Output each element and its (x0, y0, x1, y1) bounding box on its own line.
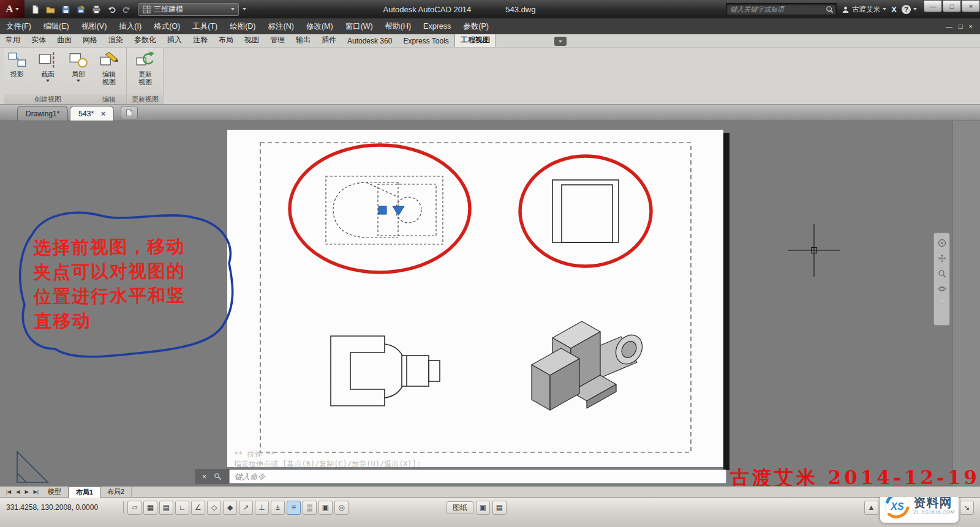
menu-item-window[interactable]: 窗口(W) (339, 18, 379, 34)
menu-item-draw[interactable]: 绘图(D) (224, 18, 262, 34)
ribbon-tab-express-tools[interactable]: Express Tools (398, 36, 454, 47)
menu-item-view[interactable]: 视图(V) (75, 18, 113, 34)
ribbon-tab-surface[interactable]: 曲面 (51, 34, 77, 47)
toggle-object-snap-tracking[interactable]: ↗ (239, 501, 253, 515)
ribbon-tab-manage[interactable]: 管理 (265, 34, 290, 47)
doc-restore-button[interactable]: □ (959, 23, 963, 30)
menu-item-insert[interactable]: 插入(I) (113, 18, 148, 34)
section-view-button[interactable]: 截面 (34, 51, 61, 82)
doc-close-button[interactable]: × (969, 23, 973, 30)
file-tab-drawing1[interactable]: Drawing1* (17, 106, 68, 121)
projection-view-button[interactable]: 投影 (4, 51, 31, 78)
toggle-polar-tracking[interactable]: ∠ (191, 501, 205, 515)
save-button[interactable] (59, 2, 72, 16)
toggle-selection-cycling[interactable]: ◎ (334, 501, 349, 515)
ribbon-tab-layout[interactable]: 布局 (213, 34, 239, 47)
navigation-wheel-icon[interactable] (938, 239, 946, 247)
new-file-button[interactable] (28, 2, 42, 16)
ribbon-tab-mesh[interactable]: 网格 (77, 34, 103, 47)
signin-user[interactable]: 古渡艾米 (842, 5, 886, 14)
ribbon-tab-solid[interactable]: 实体 (26, 34, 51, 47)
clean-screen-button[interactable]: ↘ (960, 501, 974, 515)
menu-item-format[interactable]: 格式(O) (148, 18, 186, 34)
minimize-button[interactable]: — (924, 0, 942, 12)
layout-paper[interactable] (227, 130, 723, 467)
panel-label-create-view[interactable]: 创建视图 (4, 94, 92, 104)
layout-nav-next[interactable]: ▶ (22, 489, 31, 495)
drawing-canvas[interactable]: 选择前视图，移动 夹点可以对视图的 位置进行水平和竖 直移动 ** 拉伸 ** … (0, 121, 980, 486)
ribbon-tab-insert[interactable]: 插入 (162, 34, 187, 47)
navigation-bar[interactable] (933, 233, 950, 326)
toggle-infer-constraints[interactable]: ▱ (127, 501, 141, 515)
menu-item-modify[interactable]: 修改(M) (300, 18, 339, 34)
ribbon-tab-plugins[interactable]: 插件 (316, 34, 342, 47)
annotation-visibility-button[interactable]: ▲ (864, 501, 878, 515)
maximize-button[interactable]: □ (943, 0, 961, 12)
search-icon[interactable] (826, 6, 834, 13)
new-drawing-tab-button[interactable] (121, 106, 138, 119)
ribbon-tab-annotate[interactable]: 注释 (187, 34, 213, 47)
qat-customize-button[interactable] (243, 8, 246, 10)
toggle-dynamic-ucs[interactable]: ⊥ (255, 501, 269, 515)
update-view-button[interactable]: 更新 视图 (132, 51, 159, 86)
layout-tab-layout2[interactable]: 布局2 (100, 487, 132, 497)
undo-button[interactable] (105, 2, 118, 16)
menu-item-dimension[interactable]: 标注(N) (262, 18, 300, 34)
file-tab-543[interactable]: 543* × (70, 106, 114, 121)
quick-view-layouts-button[interactable]: ▣ (476, 501, 490, 515)
toggle-grid-display[interactable]: ▤ (159, 501, 173, 515)
panel-label-edit[interactable]: 编辑 (92, 94, 126, 104)
toggle-ortho-mode[interactable]: ∟ (175, 501, 189, 515)
plot-button[interactable] (89, 2, 103, 16)
ribbon-tab-autodesk-360[interactable]: Autodesk 360 (342, 36, 398, 47)
panel-label-update-view[interactable]: 更新视图 (127, 94, 163, 104)
edit-view-button[interactable]: 编辑 视图 (96, 51, 123, 86)
help-menu[interactable]: ? (902, 5, 917, 14)
save-as-button[interactable] (74, 2, 88, 16)
workspace-dropdown[interactable]: 三维建模 (138, 3, 239, 16)
layout-nav-last[interactable]: ▶| (31, 489, 41, 495)
command-customize-icon[interactable] (214, 473, 222, 480)
doc-minimize-button[interactable]: — (946, 23, 952, 30)
menu-item-help[interactable]: 帮助(H) (379, 18, 417, 34)
menu-item-file[interactable]: 文件(F) (0, 18, 37, 34)
command-line-bar[interactable]: × (195, 469, 726, 484)
paper-space-button[interactable]: 图纸 (447, 501, 473, 514)
ribbon-tab-drawing-views[interactable]: 工程视图 (454, 33, 496, 47)
exchange-apps-button[interactable]: X (891, 5, 897, 14)
layout-tab-model[interactable]: 模型 (41, 487, 69, 497)
section-flyout-icon[interactable] (46, 80, 50, 82)
ribbon-tab-home[interactable]: 常用 (0, 34, 26, 47)
toggle-dynamic-input[interactable]: ± (271, 501, 285, 515)
detail-flyout-icon[interactable] (77, 80, 80, 82)
menu-item-express[interactable]: Express (417, 18, 457, 34)
command-close-icon[interactable]: × (202, 472, 207, 481)
ribbon-tab-render[interactable]: 渲染 (103, 34, 129, 47)
ribbon-tab-view[interactable]: 视图 (239, 34, 265, 47)
toggle-lineweight[interactable]: ≡ (287, 501, 301, 515)
command-input[interactable] (229, 469, 726, 484)
menu-item-parametric[interactable]: 参数(P) (457, 18, 495, 34)
orbit-icon[interactable] (938, 285, 946, 293)
close-button[interactable]: × (962, 0, 980, 12)
pan-icon[interactable] (938, 254, 946, 263)
menu-item-tools[interactable]: 工具(T) (186, 18, 224, 34)
layout-nav-first[interactable]: |◀ (4, 489, 13, 495)
layout-nav-prev[interactable]: ◀ (13, 489, 22, 495)
toggle-transparency[interactable]: ▒ (303, 501, 317, 515)
toggle-3d-object-snap[interactable]: ◆ (223, 501, 237, 515)
tab-close-icon[interactable]: × (101, 110, 105, 118)
toggle-snap-mode[interactable]: ▦ (143, 501, 157, 515)
search-input[interactable] (729, 5, 823, 13)
detail-view-button[interactable]: 局部 (65, 51, 92, 82)
menu-item-edit[interactable]: 编辑(E) (37, 18, 75, 34)
ribbon-minimize-button[interactable] (554, 37, 567, 46)
zoom-icon[interactable] (938, 269, 946, 278)
app-menu-button[interactable]: A (0, 0, 24, 18)
redo-button[interactable] (120, 2, 134, 16)
layout-tab-layout1[interactable]: 布局1 (69, 487, 100, 498)
ribbon-tab-parametric[interactable]: 参数化 (129, 34, 162, 47)
quick-view-drawings-button[interactable]: ▤ (492, 501, 507, 515)
toggle-quick-properties[interactable]: ▣ (318, 501, 333, 515)
ribbon-tab-output[interactable]: 输出 (290, 34, 316, 47)
